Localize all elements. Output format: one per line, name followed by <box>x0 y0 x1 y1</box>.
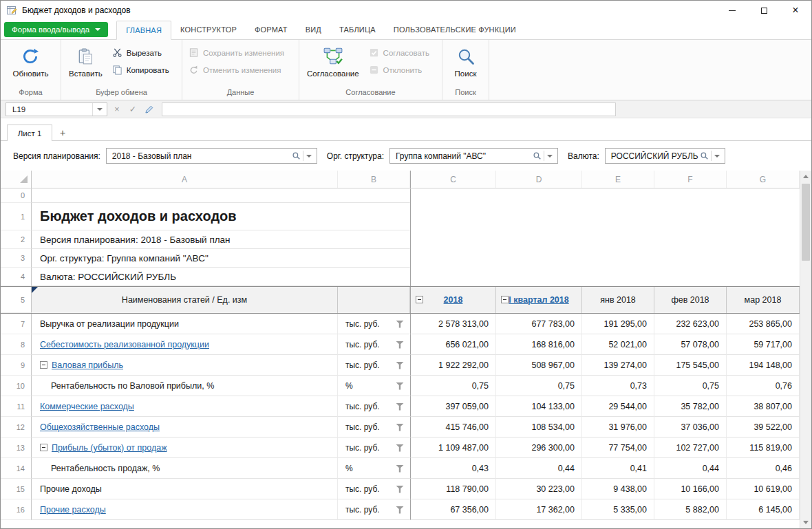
cancel-entry-icon[interactable]: × <box>111 105 123 114</box>
cell-A2[interactable]: Версия планирования: 2018 - Базовый план <box>32 230 410 249</box>
cell-B15[interactable]: тыс. руб. <box>338 479 410 499</box>
column-header-F[interactable]: F <box>654 171 727 188</box>
item-name[interactable]: Коммерческие расходы <box>40 402 134 411</box>
cell-value[interactable]: 77 754,00 <box>582 438 654 458</box>
cell-value[interactable]: 118 790,00 <box>410 479 496 499</box>
chevron-down-icon[interactable] <box>306 155 312 158</box>
cell-value[interactable]: 1 922 292,00 <box>410 355 496 376</box>
empty-cells-area[interactable] <box>410 230 800 249</box>
period-header-3[interactable]: янв 2018 <box>582 287 654 313</box>
cell-B7[interactable]: тыс. руб. <box>338 314 410 334</box>
item-name[interactable]: Себестоимость реализованной продукции <box>40 340 209 349</box>
cell-value[interactable]: 1 109 487,00 <box>410 438 496 458</box>
row-header-7[interactable]: 7 <box>1 314 32 334</box>
cell-A0[interactable] <box>32 188 410 203</box>
cell-value[interactable]: 10 166,00 <box>654 479 727 499</box>
cell-A5[interactable]: Наименования статей / Ед. изм <box>32 287 338 313</box>
row-header-11[interactable]: 11 <box>1 396 32 417</box>
cell-value[interactable]: 115 819,00 <box>727 438 800 458</box>
column-header-A[interactable]: A <box>32 171 338 188</box>
cell-B9[interactable]: тыс. руб. <box>338 355 410 376</box>
cell-A14[interactable]: Рентабельность продаж, % <box>32 458 338 479</box>
cell-B16[interactable]: тыс. руб. <box>338 499 410 520</box>
column-header-D[interactable]: D <box>496 171 582 188</box>
filter-funnel-icon[interactable] <box>396 444 404 452</box>
ribbon-tab-2[interactable]: КОНСТРУКТОР <box>171 21 246 39</box>
cell-A12[interactable]: Общехозяйственные расходы <box>32 417 338 438</box>
cell-value[interactable]: 57 078,00 <box>654 334 727 355</box>
ribbon-tab-5[interactable]: ТАБЛИЦА <box>330 21 385 39</box>
cell-A3[interactable]: Орг. структура: Группа компаний "АВС" <box>32 249 410 268</box>
minimize-button[interactable] <box>716 1 748 20</box>
refresh-button[interactable]: Обновить <box>7 41 54 80</box>
select-all-corner[interactable] <box>1 171 32 188</box>
cell-value[interactable]: 31 976,00 <box>582 417 654 438</box>
cell-value[interactable]: 0,43 <box>410 458 496 479</box>
cell-value[interactable]: 194 148,00 <box>727 355 800 376</box>
paste-button[interactable]: Вставить <box>63 41 108 80</box>
cell-value[interactable]: 0,41 <box>582 458 654 479</box>
row-header-0[interactable]: 0 <box>1 188 32 203</box>
filter-funnel-icon[interactable] <box>396 341 404 349</box>
cell-value[interactable]: 0,75 <box>496 376 582 396</box>
period-header-1[interactable]: 2018 <box>410 287 496 313</box>
row-header-2[interactable]: 2 <box>1 230 32 249</box>
cell-value[interactable]: 37 036,00 <box>654 417 727 438</box>
row-header-1[interactable]: 1 <box>1 203 32 230</box>
cut-button[interactable]: Вырезать <box>109 47 172 58</box>
search-icon[interactable] <box>292 151 301 160</box>
cell-B5[interactable] <box>338 287 410 313</box>
cell-name-box[interactable]: L19 <box>6 102 107 116</box>
period-header-2[interactable]: I квартал 2018 <box>496 287 582 313</box>
cell-A10[interactable]: Рентабельность по Валовой прибыли, % <box>32 376 338 396</box>
row-header-12[interactable]: 12 <box>1 417 32 438</box>
cell-B8[interactable]: тыс. руб. <box>338 334 410 355</box>
cell-value[interactable]: 108 534,00 <box>496 417 582 438</box>
filter-funnel-icon[interactable] <box>396 424 404 431</box>
column-header-C[interactable]: C <box>410 171 496 188</box>
cell-B14[interactable]: % <box>338 458 410 479</box>
vertical-scrollbar[interactable] <box>800 171 811 528</box>
cell-A4[interactable]: Валюта: РОССИЙСКИЙ РУБЛЬ <box>32 268 410 286</box>
item-name[interactable]: Прочие расходы <box>40 505 106 515</box>
scroll-down-button[interactable] <box>800 517 811 528</box>
cell-value[interactable]: 52 021,00 <box>582 334 654 355</box>
cell-A16[interactable]: Прочие расходы <box>32 499 338 520</box>
cell-value[interactable]: 677 783,00 <box>496 314 582 334</box>
item-name[interactable]: Валовая прибыль <box>52 360 123 370</box>
ribbon-tab-4[interactable]: ВИД <box>297 21 330 39</box>
cell-A8[interactable]: Себестоимость реализованной продукции <box>32 334 338 355</box>
cancel-changes-button[interactable]: Отменить изменения <box>186 65 287 75</box>
filter-input-currency[interactable]: РОССИЙСКИЙ РУБЛЬ <box>605 148 725 164</box>
cell-value[interactable]: 0,75 <box>654 376 727 396</box>
cell-value[interactable]: 30 223,00 <box>496 479 582 499</box>
cell-value[interactable]: 296 300,00 <box>496 438 582 458</box>
sheet-tab-list1[interactable]: Лист 1 <box>7 125 52 141</box>
empty-cells-area[interactable] <box>410 268 800 286</box>
filter-funnel-icon[interactable] <box>396 403 404 411</box>
cell-A1[interactable]: Бюджет доходов и расходов <box>32 203 410 230</box>
cell-value[interactable]: 104 133,00 <box>496 396 582 417</box>
cell-value[interactable]: 9 438,00 <box>582 479 654 499</box>
period-label[interactable]: I квартал 2018 <box>509 295 568 305</box>
filter-input-org-structure[interactable]: Группа компаний "АВС" <box>389 148 558 164</box>
cell-B12[interactable]: тыс. руб. <box>338 417 410 438</box>
confirm-entry-icon[interactable]: ✓ <box>127 104 139 114</box>
scrollbar-thumb[interactable] <box>802 184 810 261</box>
filter-funnel-icon[interactable] <box>396 321 404 328</box>
period-header-4[interactable]: фев 2018 <box>654 287 727 313</box>
ribbon-tab-3[interactable]: ФОРМАТ <box>246 21 297 39</box>
cell-value[interactable]: 0,76 <box>727 376 800 396</box>
filter-funnel-icon[interactable] <box>396 486 404 493</box>
cell-value[interactable]: 139 274,00 <box>582 355 654 376</box>
collapse-icon[interactable] <box>40 444 47 451</box>
formula-input[interactable] <box>162 102 616 116</box>
column-header-B[interactable]: B <box>338 171 410 188</box>
cell-value[interactable]: 168 816,00 <box>496 334 582 355</box>
period-header-5[interactable]: мар 2018 <box>727 287 800 313</box>
reject-button[interactable]: Отклонить <box>366 65 432 75</box>
io-form-menu-button[interactable]: Форма ввода/вывода <box>4 22 108 37</box>
cell-A11[interactable]: Коммерческие расходы <box>32 396 338 417</box>
search-icon[interactable] <box>533 151 542 160</box>
filter-funnel-icon[interactable] <box>396 465 404 473</box>
